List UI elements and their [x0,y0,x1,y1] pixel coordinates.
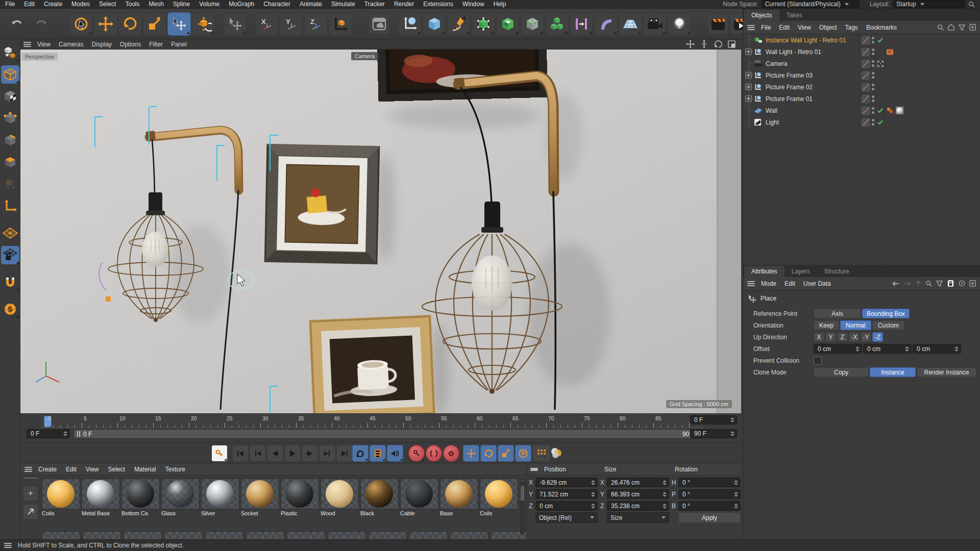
home-path-icon[interactable] [948,24,954,31]
option-y[interactable]: -Y [861,332,871,342]
expand-toggle[interactable] [745,84,752,90]
menu-item-extensions[interactable]: Extensions [423,1,453,8]
menu-item-tracker[interactable]: Tracker [364,1,385,8]
keyframe-presets-button[interactable] [532,445,551,462]
coord-position-x-field[interactable]: -9.629 cm [535,478,598,487]
tab-takes[interactable]: Takes [779,10,810,21]
option-normal[interactable]: Normal [840,320,871,330]
play-mode-filmstrip-toggle[interactable] [370,445,386,462]
floor-object-button[interactable] [619,12,642,36]
viewport-orbit-icon[interactable] [714,40,722,48]
lock-workplane-button[interactable] [1,246,19,264]
coordinates-menu-icon[interactable] [530,468,538,471]
menu-item-user-data[interactable]: User Data [803,280,831,287]
cube-primitive-button[interactable] [423,12,446,36]
light-object-button[interactable] [668,12,691,36]
pen-spline-button[interactable] [447,12,471,36]
menu-item-filter[interactable]: Filter [149,41,163,48]
menu-item-material[interactable]: Material [134,466,156,473]
timeline-ruler[interactable]: 051015202530354045505560657075808590 [41,414,704,428]
material-thumbnail[interactable] [400,479,438,509]
coord-rotation-p-field[interactable]: 0 ° [678,489,741,499]
viewport-scene[interactable]: Perspective Camera Grid Spacing : 5000 c… [20,49,741,413]
next-frame-button[interactable] [302,445,318,462]
material-thumbnail-partial[interactable] [83,531,121,539]
texture-mode-button[interactable] [1,87,19,106]
material-thumbnail[interactable] [321,479,359,509]
menu-item-file[interactable]: File [761,24,771,31]
material-base-10[interactable]: Base [440,479,477,516]
menu-item-mograph[interactable]: MoGraph [229,1,254,8]
material-tag[interactable] [886,107,894,114]
visibility-dots[interactable] [872,107,874,114]
goto-next-key-button[interactable] [319,445,335,462]
visibility-dots[interactable] [872,60,874,67]
move-tool-button[interactable] [94,12,117,36]
object-row-camera[interactable]: Camera [743,58,980,69]
material-silver-4[interactable]: Silver [201,479,238,516]
menu-item-tags[interactable]: Tags [845,24,858,31]
status-menu-icon[interactable] [4,543,12,548]
option-keep[interactable]: Keep [814,320,839,330]
coord-size-mode-dropdown[interactable]: Size [607,512,669,523]
menu-item-help[interactable]: Help [494,1,506,8]
tab-objects[interactable]: Objects [744,10,779,21]
material-thumbnail[interactable] [360,479,399,509]
subdivision-surface-button[interactable] [472,12,495,36]
menu-item-edit[interactable]: Edit [779,24,790,31]
preview-start-field[interactable]: 0 F [690,415,737,424]
dynamic-place-tool-button[interactable] [192,12,215,36]
object-row-wall[interactable]: Wall [743,105,980,116]
menu-item-simulate[interactable]: Simulate [331,1,355,8]
option-axis[interactable]: Axis [814,309,861,318]
snap-toggle-button[interactable] [1,273,19,291]
object-name[interactable]: Camera [766,60,788,67]
material-thumbnail[interactable] [281,479,319,509]
filter-icon[interactable] [936,280,943,287]
enabled-check-icon[interactable] [877,107,884,114]
menu-item-view[interactable]: View [86,466,99,473]
coord-position-mode-dropdown[interactable]: Object (Rel) [535,512,598,523]
camera-object-button[interactable] [643,12,667,36]
goto-prev-key-button[interactable] [250,445,266,462]
visibility-dots[interactable] [872,72,874,79]
object-row-picture-frame-02[interactable]: Picture Frame 02 [743,81,980,93]
autokeying-toggle[interactable] [426,445,442,462]
goto-start-button[interactable] [232,445,249,462]
object-row-light[interactable]: Light [743,116,980,128]
current-frame-field[interactable]: 0 F [27,429,70,438]
deformer-button[interactable] [570,12,593,36]
forward-arrow-icon[interactable] [903,281,911,287]
lock-icon[interactable] [947,280,954,287]
z-axis-lock-button[interactable]: Z [304,12,328,36]
option-z[interactable]: Z [837,332,848,342]
object-name[interactable]: Picture Frame 02 [766,84,813,91]
material-thumbnail-partial[interactable] [246,531,284,539]
place-tool-button[interactable] [167,12,191,36]
available-tool-button[interactable] [224,12,247,36]
prevent-collision-checkbox[interactable] [814,357,822,365]
material-plastic-6[interactable]: Plastic [281,479,318,516]
material-thumbnail[interactable] [201,479,239,509]
snap-settings-button[interactable]: S [1,300,19,318]
tab-structure[interactable]: Structure [817,266,856,277]
point-mode-button[interactable] [1,109,19,128]
menu-item-options[interactable]: Options [120,41,141,48]
keying-settings-button[interactable] [443,445,459,462]
texture-tag[interactable] [896,107,904,114]
goto-end-button[interactable] [336,445,353,462]
axis-mode-button[interactable] [1,197,19,215]
add-tab-icon[interactable] [969,280,976,287]
menu-item-object[interactable]: Object [819,24,837,31]
search-icon[interactable] [968,1,975,8]
picture-frame-middle[interactable] [264,144,380,265]
object-name[interactable]: Instance Wall Light - Retro 01 [766,37,846,44]
scene-render[interactable] [20,49,741,413]
option-render-instance[interactable]: Render Instance [917,367,976,377]
back-arrow-icon[interactable] [892,281,899,287]
menu-item-bookmarks[interactable]: Bookmarks [866,24,897,31]
menu-item-edit[interactable]: Edit [24,1,35,8]
object-row-picture-frame-03[interactable]: Picture Frame 03 [743,69,980,81]
menu-item-spline[interactable]: Spline [173,1,190,8]
render-view-button[interactable] [707,13,729,35]
